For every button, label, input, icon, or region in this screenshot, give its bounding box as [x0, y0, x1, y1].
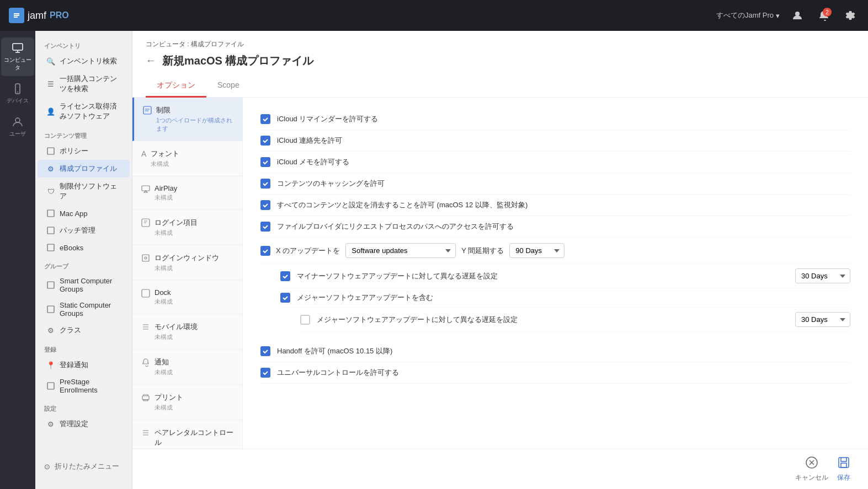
breadcrumb: コンピュータ : 構成プロファイル — [146, 40, 855, 49]
sidebar-item-restricted-software[interactable]: 🛡 制限付ソフトウェア — [38, 178, 130, 205]
config-item-login-items[interactable]: ログイン項目 未構成 — [132, 210, 242, 245]
checkbox-major-update-include[interactable] — [280, 293, 290, 303]
checkbox-icloud-reminder[interactable] — [260, 114, 270, 124]
svg-point-4 — [17, 92, 18, 93]
sidebar-item-prestage[interactable]: PreStage Enrollments — [38, 374, 130, 398]
config-item-fonts[interactable]: A フォント 未構成 — [132, 141, 242, 176]
svg-rect-12 — [47, 383, 54, 389]
svg-rect-11 — [47, 306, 54, 313]
checkbox-major-update-delay[interactable] — [300, 315, 310, 325]
tab-options[interactable]: オプション — [146, 75, 206, 98]
back-button[interactable]: ← — [146, 55, 156, 67]
sidebar-icon-computer[interactable]: コンピュータ — [1, 37, 34, 76]
content-area: 制限 1つのペイロードが構成されます A フォント 未構成 AirPlay — [132, 98, 868, 489]
checkbox-content-caching[interactable] — [260, 179, 270, 189]
config-item-restrictions[interactable]: 制限 1つのペイロードが構成されます — [132, 98, 242, 141]
nav-section-content: コンテンツ管理 — [35, 125, 132, 142]
mobile-env-name: モバイル環境 — [155, 322, 198, 332]
row-universal-control: ユニバーサルコントロールを許可する — [260, 362, 850, 384]
sidebar-item-smart-groups[interactable]: Smart Computer Groups — [38, 273, 130, 297]
checkbox-minor-update-delay[interactable] — [280, 271, 290, 281]
sidebar-item-management-settings[interactable]: ⚙ 管理設定 — [38, 415, 130, 433]
settings-icon-btn[interactable] — [842, 7, 859, 24]
checkbox-universal-control[interactable] — [260, 368, 270, 378]
config-item-airplay[interactable]: AirPlay 未構成 — [132, 176, 242, 210]
checkbox-handoff[interactable] — [260, 346, 270, 356]
svg-point-17 — [145, 257, 147, 259]
update-type-select[interactable]: Software updates Major OS updates Minor … — [345, 243, 456, 258]
label-universal-control: ユニバーサルコントロールを許可する — [277, 368, 850, 378]
jamf-text-label: jamf — [28, 10, 46, 22]
sidebar-item-inventory-search[interactable]: 🔍 インベントリ検索 — [38, 52, 130, 70]
config-item-dock[interactable]: Dock 未構成 — [132, 281, 242, 314]
main-panel: iCloud リマインダーを許可する iCloud 連絡先を許可 iCloud … — [243, 98, 868, 489]
dock-sub: 未構成 — [155, 298, 173, 306]
tab-scope[interactable]: Scope — [206, 75, 251, 98]
restrictions-icon — [143, 106, 152, 117]
notification-icon-btn[interactable]: 2 — [815, 7, 833, 24]
sidebar-item-static-groups[interactable]: Static Computer Groups — [38, 297, 130, 321]
update-prefix: X のアップデートを — [276, 246, 340, 256]
row-major-update-include: メジャーソフトウェアアップデートを含む — [280, 288, 850, 308]
save-button[interactable]: 保存 — [837, 456, 850, 482]
dock-name: Dock — [155, 288, 173, 297]
sidebar-item-ebooks[interactable]: eBooks — [38, 239, 130, 256]
config-item-mobile-env[interactable]: モバイル環境 未構成 — [132, 314, 242, 350]
restrictions-sub: 1つのペイロードが構成されます — [156, 116, 233, 133]
sidebar-item-mac-app[interactable]: Mac App — [38, 205, 130, 222]
checkbox-update[interactable] — [260, 246, 270, 256]
config-item-notifications[interactable]: 通知 未構成 — [132, 350, 242, 385]
static-groups-icon — [46, 305, 55, 314]
sidebar-icon-device[interactable]: デバイス — [1, 78, 34, 109]
login-window-sub: 未構成 — [155, 264, 219, 272]
print-name: プリント — [155, 393, 183, 402]
restrictions-name: 制限 — [156, 105, 233, 115]
checkbox-icloud-memo[interactable] — [260, 157, 270, 167]
env-selector[interactable]: すべてのJamf Pro ▾ — [716, 10, 780, 20]
notifications-sub: 未構成 — [155, 368, 173, 377]
config-sidebar: 制限 1つのペイロードが構成されます A フォント 未構成 AirPlay — [132, 98, 243, 489]
label-file-provider: ファイルプロバイダにリクエストプロセスのパスへのアクセスを許可する — [277, 222, 850, 232]
user-icon-btn[interactable] — [789, 7, 806, 24]
checkbox-erase-content[interactable] — [260, 200, 270, 210]
checkbox-file-provider[interactable] — [260, 222, 270, 232]
row-content-caching: コンテンツのキャッシングを許可 — [260, 173, 850, 195]
svg-rect-10 — [47, 282, 54, 288]
cancel-button[interactable]: キャンセル — [795, 456, 828, 482]
svg-rect-16 — [142, 255, 149, 261]
svg-point-5 — [15, 118, 20, 122]
gear-icon: ⚙ — [46, 164, 55, 173]
nav-section-groups: グループ — [35, 256, 132, 273]
sidebar-item-config-profile[interactable]: ⚙ 構成プロファイル — [38, 160, 130, 178]
sidebar-item-patch-management[interactable]: パッチ管理 — [38, 222, 130, 239]
airplay-sub: 未構成 — [155, 194, 177, 202]
minor-update-days-select[interactable]: 30 Days 60 Days 90 Days — [795, 268, 850, 283]
fonts-name: フォント — [151, 149, 179, 159]
svg-point-1 — [795, 12, 800, 16]
sidebar-item-bulk-purchase[interactable]: ☰ 一括購入コンテンツを検索 — [38, 70, 130, 98]
sidebar-item-policy[interactable]: ポリシー — [38, 142, 130, 160]
page-header: コンピュータ : 構成プロファイル ← 新規macOS 構成プロファイル オプシ… — [132, 31, 868, 98]
list-icon: ☰ — [46, 79, 55, 88]
airplay-name: AirPlay — [155, 184, 177, 192]
update-days-select[interactable]: 30 Days 60 Days 90 Days 120 Days — [509, 243, 565, 258]
icon-sidebar: コンピュータ デバイス ユーザ — [0, 31, 35, 489]
sidebar-item-enrollment-notification[interactable]: 📍 登録通知 — [38, 356, 130, 374]
jamf-logo[interactable]: jamf PRO — [9, 8, 69, 23]
sidebar-item-licensed-software[interactable]: 👤 ライセンス取得済みソフトウェア — [38, 98, 130, 125]
major-update-days-select[interactable]: 30 Days 60 Days 90 Days — [795, 312, 850, 327]
sidebar-icon-user[interactable]: ユーザ — [1, 111, 34, 142]
config-item-login-window[interactable]: ログインウィンドウ 未構成 — [132, 245, 242, 281]
sidebar-icon-user-label: ユーザ — [9, 130, 26, 138]
label-minor-update-delay: マイナーソフトウェアアップデートに対して異なる遅延を設定 — [297, 271, 784, 281]
nav-section-settings: 設定 — [35, 398, 132, 415]
sidebar-item-class[interactable]: ⚙ クラス — [38, 321, 130, 339]
class-icon: ⚙ — [46, 326, 55, 335]
label-handoff: Handoff を許可 (macOS 10.15 以降) — [277, 346, 850, 356]
save-icon — [837, 456, 850, 472]
checkbox-icloud-contact[interactable] — [260, 136, 270, 146]
config-item-print[interactable]: プリント 未構成 — [132, 385, 242, 420]
search-icon: 🔍 — [46, 57, 55, 66]
row-icloud-reminder: iCloud リマインダーを許可する — [260, 109, 850, 130]
collapse-menu-btn[interactable]: ⊙ 折りたたみメニュー — [35, 455, 132, 478]
